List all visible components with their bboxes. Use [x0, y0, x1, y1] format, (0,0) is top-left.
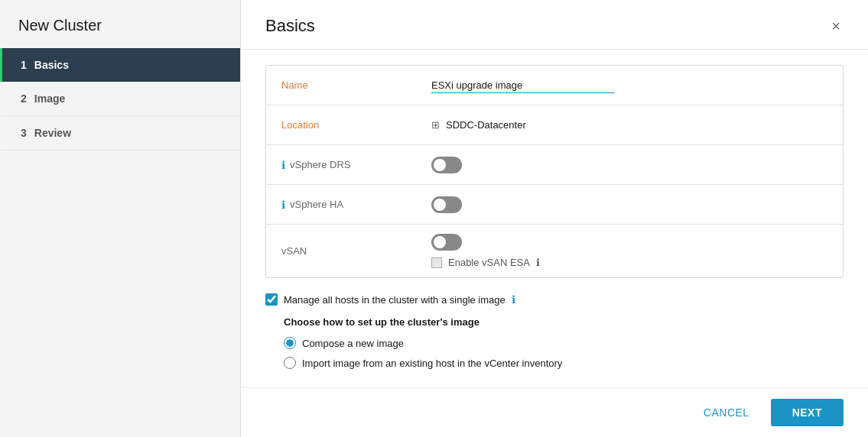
location-row: Location ⊞ SDDC-Datacenter — [266, 105, 843, 145]
location-label: Location — [266, 110, 419, 140]
cancel-button[interactable]: CANCEL — [691, 399, 762, 426]
vsphere-ha-toggle[interactable] — [431, 196, 462, 213]
name-label: Name — [266, 70, 419, 100]
radio-import-row: Import image from an existing host in th… — [265, 357, 844, 369]
name-input[interactable] — [431, 78, 615, 93]
vsphere-ha-info-icon[interactable]: ℹ — [281, 199, 285, 211]
manage-info-icon[interactable]: ℹ — [512, 293, 515, 306]
page-title: Basics — [265, 16, 315, 36]
sidebar-steps: 1 Basics 2 Image 3 Review — [0, 48, 240, 151]
radio-compose-label: Compose a new image — [302, 338, 404, 349]
main-footer: CANCEL NEXT — [241, 387, 868, 437]
manage-row: Manage all hosts in the cluster with a s… — [265, 293, 844, 306]
radio-import-label: Import image from an existing host in th… — [302, 358, 562, 369]
close-button[interactable]: × — [828, 15, 844, 37]
sidebar: New Cluster 1 Basics 2 Image 3 Review — [0, 0, 241, 437]
vsphere-drs-slider — [431, 157, 462, 173]
image-setup-heading: Choose how to set up the cluster's image — [265, 316, 844, 328]
vsphere-drs-info-icon[interactable]: ℹ — [281, 159, 285, 171]
vsphere-ha-toggle-container — [419, 187, 843, 222]
vsan-esa-label: Enable vSAN ESA — [448, 257, 530, 268]
sidebar-step-label-2: Image — [34, 92, 65, 105]
sidebar-item-review[interactable]: 3 Review — [0, 116, 240, 151]
vsan-esa-info-icon[interactable]: ℹ — [536, 257, 540, 268]
datacenter-icon: ⊞ — [431, 119, 440, 131]
location-value: ⊞ SDDC-Datacenter — [419, 110, 843, 140]
vsphere-ha-row: ℹ vSphere HA — [266, 185, 843, 225]
vsphere-drs-row: ℹ vSphere DRS — [266, 145, 843, 185]
sidebar-step-label-3: Review — [34, 127, 71, 139]
name-value — [419, 69, 843, 102]
vsphere-drs-label: ℹ vSphere DRS — [266, 150, 419, 180]
sidebar-step-num-3: 3 — [21, 127, 27, 139]
main-panel: Basics × Name Location ⊞ SDDC-Datacenter — [241, 0, 868, 437]
vsphere-drs-toggle-container — [419, 147, 843, 183]
vsphere-ha-slider — [431, 196, 462, 213]
sidebar-step-num-1: 1 — [21, 59, 27, 71]
radio-compose[interactable] — [284, 337, 296, 349]
vsphere-ha-label: ℹ vSphere HA — [266, 189, 419, 220]
sidebar-item-basics[interactable]: 1 Basics — [0, 48, 240, 82]
vsan-row: vSAN Enable vSAN ESA ℹ — [266, 225, 843, 277]
next-button[interactable]: NEXT — [771, 399, 844, 426]
sidebar-step-label-1: Basics — [34, 59, 69, 71]
vsphere-drs-toggle[interactable] — [431, 157, 462, 173]
vsan-value-container: Enable vSAN ESA ℹ — [419, 225, 843, 277]
manage-label: Manage all hosts in the cluster with a s… — [284, 294, 506, 306]
sidebar-title: New Cluster — [0, 0, 240, 48]
vsan-label: vSAN — [266, 236, 419, 266]
main-header: Basics × — [241, 0, 868, 50]
basics-form: Name Location ⊞ SDDC-Datacenter ℹ vSpher… — [265, 65, 844, 278]
radio-import[interactable] — [284, 357, 296, 369]
vsan-slider — [431, 234, 462, 251]
sidebar-step-num-2: 2 — [21, 92, 27, 105]
vsan-toggle[interactable] — [431, 234, 462, 251]
name-row: Name — [266, 66, 843, 105]
vsan-esa-checkbox[interactable] — [431, 257, 442, 268]
manage-section: Manage all hosts in the cluster with a s… — [265, 293, 844, 369]
location-text: SDDC-Datacenter — [446, 119, 526, 131]
main-body: Name Location ⊞ SDDC-Datacenter ℹ vSpher… — [241, 50, 868, 387]
vsan-esa-row: Enable vSAN ESA ℹ — [431, 257, 831, 268]
manage-checkbox[interactable] — [265, 293, 278, 306]
radio-compose-row: Compose a new image — [265, 337, 844, 349]
sidebar-item-image[interactable]: 2 Image — [0, 82, 240, 116]
